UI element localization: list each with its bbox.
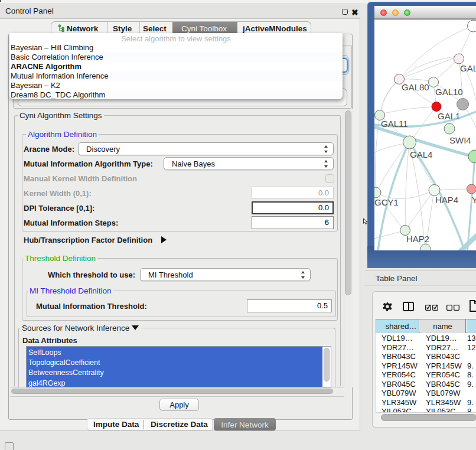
svg-text:SWI4: SWI4 (449, 135, 471, 145)
svg-text:Y: Y (472, 195, 476, 205)
svg-text:HAP4: HAP4 (435, 195, 458, 205)
svg-text:GAL10: GAL10 (435, 87, 463, 97)
svg-text:GCY1: GCY1 (374, 197, 399, 207)
svg-text:GAL80: GAL80 (402, 82, 429, 92)
svg-text:GAL4: GAL4 (410, 149, 432, 159)
svg-text:GAL1: GAL1 (438, 111, 460, 121)
svg-text:HAP2: HAP2 (406, 234, 429, 244)
svg-text:GAL: GAL (460, 63, 476, 73)
svg-text:GAL11: GAL11 (381, 119, 408, 129)
